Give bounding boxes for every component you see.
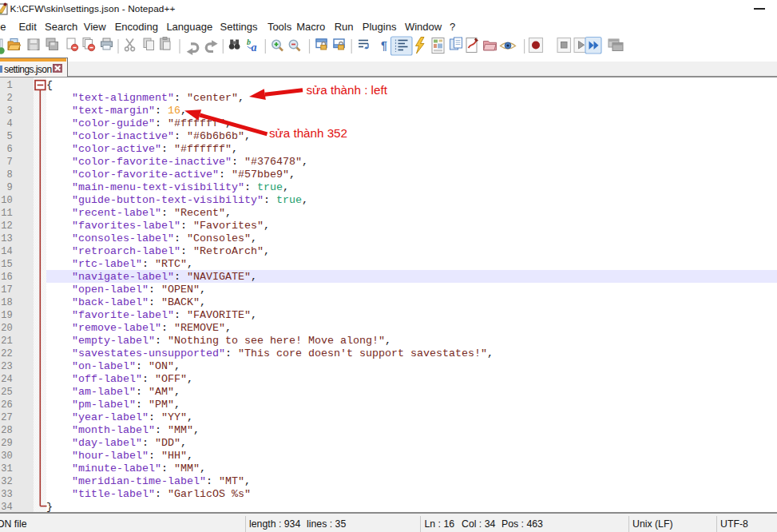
svg-text:¶: ¶ [381, 39, 387, 52]
svg-text:b: b [247, 38, 251, 46]
